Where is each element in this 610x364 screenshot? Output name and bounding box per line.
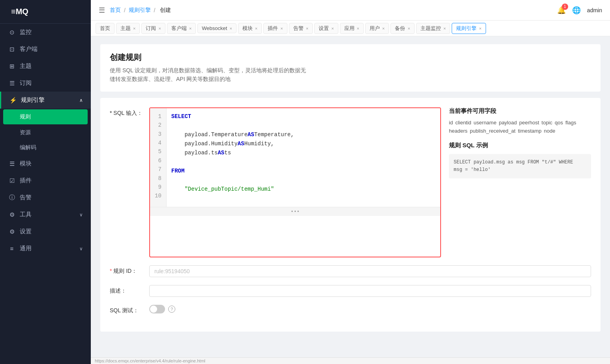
tab-close-icon[interactable]: × xyxy=(357,26,359,31)
tab-topic-monitor[interactable]: 主题监控 × xyxy=(416,23,450,34)
sidebar-item-label: 工具 xyxy=(20,211,32,218)
sql-test-row: SQL 测试： ? xyxy=(110,305,591,314)
sidebar-item-subscribe[interactable]: ☰ 订阅 xyxy=(0,75,91,92)
notification-bell[interactable]: 🔔 1 xyxy=(557,6,566,15)
tab-close-icon[interactable]: × xyxy=(158,26,161,31)
tab-label: 插件 xyxy=(268,25,278,32)
tab-settings[interactable]: 设置 × xyxy=(314,23,338,34)
alarm-icon: ⓘ xyxy=(8,194,16,201)
sql-editor[interactable]: 12345 678910 SELECT payload.Temperature … xyxy=(150,108,440,207)
code-line-3: payload.Temperature AS Temperature, xyxy=(171,130,435,139)
tab-close-icon[interactable]: × xyxy=(479,26,481,31)
sql-test-toggle[interactable] xyxy=(149,305,165,313)
sidebar-item-module[interactable]: ☰ 模块 xyxy=(0,155,91,172)
content-area: 创建规则 使用 SQL 设定规则，对消息数据筛选、编解码、变型，灵活地将处理后的… xyxy=(91,36,610,357)
language-icon[interactable]: 🌐 xyxy=(572,6,581,15)
tab-client[interactable]: 客户端 × xyxy=(167,23,196,34)
plugin-icon: ☑ xyxy=(8,177,16,184)
sidebar-sub-resources[interactable]: 资源 xyxy=(0,125,91,140)
tab-websocket[interactable]: Websocket × xyxy=(197,23,236,33)
tab-label: 首页 xyxy=(100,25,110,32)
page-title: 创建规则 xyxy=(110,52,591,63)
sidebar-item-topic[interactable]: ⊞ 主题 xyxy=(0,58,91,75)
field-topic[interactable]: topic xyxy=(542,120,552,126)
sidebar-item-label: 通用 xyxy=(20,245,32,252)
subscribe-icon: ☰ xyxy=(8,80,16,87)
code-line-8 xyxy=(171,176,435,185)
general-icon: ≡ xyxy=(8,245,16,252)
fields-title: 当前事件可用字段 xyxy=(449,107,591,115)
sidebar-sub-label: 编解码 xyxy=(20,144,36,151)
field-headers[interactable]: headers xyxy=(449,128,467,134)
tab-label: 告警 xyxy=(293,25,304,32)
tab-close-icon[interactable]: × xyxy=(280,26,283,31)
tab-close-icon[interactable]: × xyxy=(133,26,135,31)
tab-topic[interactable]: 主题 × xyxy=(116,23,140,34)
tab-home[interactable]: 首页 xyxy=(96,23,114,34)
sidebar-item-label: 客户端 xyxy=(20,45,38,53)
field-node[interactable]: node xyxy=(544,128,556,134)
tab-alarm[interactable]: 告警 × xyxy=(289,23,313,34)
tab-close-icon[interactable]: × xyxy=(306,26,308,31)
sidebar-sub-decode[interactable]: 编解码 xyxy=(0,140,91,155)
sidebar-item-tools[interactable]: ⚙ 工具 ∨ xyxy=(0,206,91,223)
tab-backup[interactable]: 备份 × xyxy=(390,23,414,34)
sidebar-item-alarm[interactable]: ⓘ 告警 xyxy=(0,189,91,206)
tab-label: 主题监控 xyxy=(420,25,441,32)
menu-toggle-icon[interactable]: ☰ xyxy=(99,6,105,15)
field-timestamp[interactable]: timestamp xyxy=(518,128,542,134)
tab-label: 订阅 xyxy=(146,25,156,32)
code-content[interactable]: SELECT payload.Temperature AS Temperatur… xyxy=(167,108,440,207)
sidebar-item-rule-engine[interactable]: ⚡ 规则引擎 ∧ xyxy=(0,92,91,109)
rule-id-control xyxy=(149,265,591,277)
admin-label[interactable]: admin xyxy=(587,7,602,13)
sidebar-sub-rules[interactable]: 规则 xyxy=(3,109,88,124)
sidebar-item-label: 模块 xyxy=(20,160,32,167)
tab-subscribe[interactable]: 订阅 × xyxy=(141,23,165,34)
tab-plugin[interactable]: 插件 × xyxy=(263,23,287,34)
breadcrumb-home[interactable]: 首页 xyxy=(110,7,121,14)
tab-module[interactable]: 模块 × xyxy=(238,23,262,34)
tab-close-icon[interactable]: × xyxy=(255,26,257,31)
tab-close-icon[interactable]: × xyxy=(382,26,385,31)
breadcrumb-rule-engine[interactable]: 规则引擎 xyxy=(129,7,151,14)
sql-example-box: SELECT payload.msg as msg FROM "t/#" WHE… xyxy=(449,154,591,178)
field-payload[interactable]: payload xyxy=(499,120,517,126)
sidebar-item-plugin[interactable]: ☑ 插件 xyxy=(0,172,91,189)
field-username[interactable]: username xyxy=(474,120,497,126)
tab-rule-engine[interactable]: 规则引擎 × xyxy=(452,23,486,34)
sql-test-help-icon[interactable]: ? xyxy=(168,306,175,313)
rule-engine-icon: ⚡ xyxy=(9,97,17,104)
sql-editor-container[interactable]: 12345 678910 SELECT payload.Temperature … xyxy=(149,107,441,257)
chevron-down-icon: ∨ xyxy=(79,212,83,218)
field-peerhost[interactable]: peerhost xyxy=(519,120,539,126)
sidebar-item-client[interactable]: ⊡ 客户端 xyxy=(0,41,91,58)
topbar-right: 🔔 1 🌐 admin xyxy=(557,6,602,15)
tab-close-icon[interactable]: × xyxy=(443,26,446,31)
drag-handle[interactable]: • • • xyxy=(150,207,440,216)
topbar: ☰ 首页 / 规则引擎 / 创建 🔔 1 🌐 admin xyxy=(91,0,610,21)
tab-label: 设置 xyxy=(319,25,329,32)
sql-editor-column: 12345 678910 SELECT payload.Temperature … xyxy=(149,107,441,257)
rule-id-input[interactable] xyxy=(149,265,591,277)
sidebar-logo: ≡MQ xyxy=(0,0,91,24)
field-id[interactable]: id xyxy=(449,120,453,126)
field-flags[interactable]: flags xyxy=(565,120,576,126)
tab-user[interactable]: 用户 × xyxy=(365,23,389,34)
field-publish-received-at[interactable]: publish_received_at xyxy=(470,128,516,134)
field-qos[interactable]: qos xyxy=(555,120,563,126)
tab-close-icon[interactable]: × xyxy=(229,26,232,31)
tab-close-icon[interactable]: × xyxy=(331,26,334,31)
sql-example-text: SELECT payload.msg as msg FROM "t/#" WHE… xyxy=(454,159,573,173)
desc-input[interactable] xyxy=(149,285,591,297)
tab-close-icon[interactable]: × xyxy=(189,26,191,31)
code-line-10 xyxy=(171,194,435,203)
sidebar-item-settings[interactable]: ⚙ 设置 xyxy=(0,223,91,240)
tab-close-icon[interactable]: × xyxy=(407,26,410,31)
sidebar-item-general[interactable]: ≡ 通用 ∨ xyxy=(0,240,91,257)
tab-app[interactable]: 应用 × xyxy=(340,23,364,34)
sidebar-item-monitor[interactable]: ⊙ 监控 xyxy=(0,24,91,41)
field-clientid[interactable]: clientid xyxy=(455,120,471,126)
main-area: ☰ 首页 / 规则引擎 / 创建 🔔 1 🌐 admin 首页 主题 × 订阅 xyxy=(91,0,610,364)
page-description: 使用 SQL 设定规则，对消息数据筛选、编解码、变型，灵活地将处理后的数据无 缝… xyxy=(110,66,591,84)
